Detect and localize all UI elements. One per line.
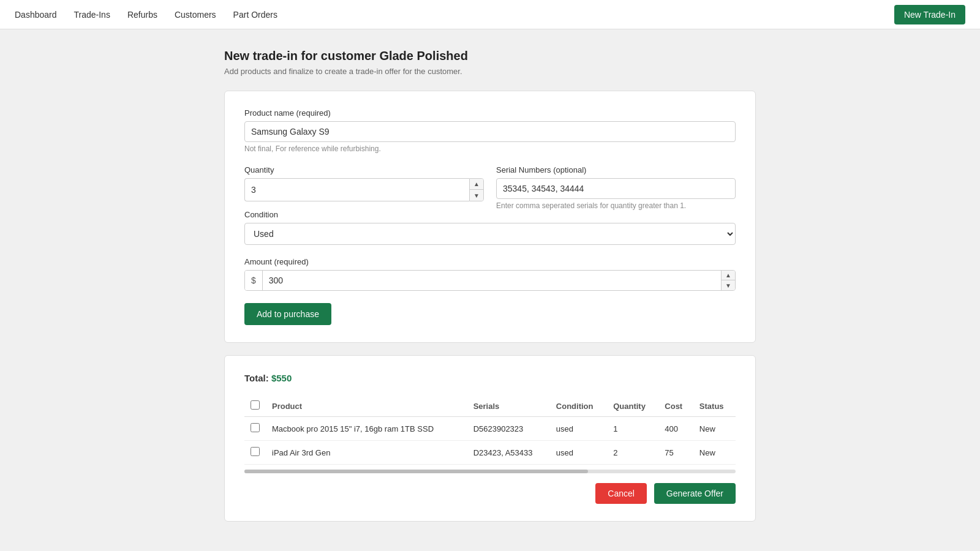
quantity-group: Quantity ▲ ▼ (244, 165, 484, 210)
condition-select[interactable]: Used New Damaged Refurbished (244, 223, 736, 245)
serial-hint: Enter comma seperated serials for quanti… (496, 201, 736, 210)
condition-group: Condition Used New Damaged Refurbished (244, 210, 736, 245)
serial-input[interactable] (496, 178, 736, 199)
nav-customers[interactable]: Customers (175, 10, 216, 20)
amount-prefix: $ (245, 271, 263, 290)
amount-group: Amount (required) $ ▲ ▼ (244, 257, 736, 291)
row-condition: used (550, 417, 607, 441)
product-name-input[interactable] (244, 121, 736, 142)
quantity-spinner-buttons: ▲ ▼ (469, 178, 484, 201)
page-content: New trade-in for customer Glade Polished… (214, 29, 766, 551)
table-row: Macbook pro 2015 15" i7, 16gb ram 1TB SS… (244, 417, 736, 441)
quantity-label: Quantity (244, 165, 484, 174)
new-trade-in-button[interactable]: New Trade-In (894, 5, 965, 24)
nav-trade-ins[interactable]: Trade-Ins (74, 10, 110, 20)
col-condition: Condition (550, 395, 607, 417)
scrollbar-thumb (244, 470, 588, 473)
row-cost: 75 (658, 441, 693, 465)
amount-input[interactable] (263, 271, 721, 290)
total-line: Total: $550 (244, 373, 736, 383)
condition-label: Condition (244, 210, 736, 219)
quantity-spinner: ▲ ▼ (244, 178, 484, 201)
select-all-checkbox[interactable] (251, 400, 260, 410)
nav-dashboard[interactable]: Dashboard (15, 10, 57, 20)
scrollbar-track[interactable] (244, 470, 736, 473)
page-title: New trade-in for customer Glade Polished (224, 49, 756, 63)
row-serials: D5623902323 (467, 417, 550, 441)
row-product: Macbook pro 2015 15" i7, 16gb ram 1TB SS… (266, 417, 467, 441)
form-card: Product name (required) Not final, For r… (224, 91, 756, 343)
table-body: Macbook pro 2015 15" i7, 16gb ram 1TB SS… (244, 417, 736, 465)
page-subtitle: Add products and finalize to create a tr… (224, 67, 756, 76)
row-quantity: 1 (607, 417, 658, 441)
col-product: Product (266, 395, 467, 417)
nav-refurbs[interactable]: Refurbs (127, 10, 157, 20)
amount-decrement[interactable]: ▼ (722, 280, 735, 290)
col-cost: Cost (658, 395, 693, 417)
row-checkbox-1[interactable] (251, 447, 260, 456)
row-status: New (693, 417, 736, 441)
row-serials: D23423, A53433 (467, 441, 550, 465)
col-quantity: Quantity (607, 395, 658, 417)
col-serials: Serials (467, 395, 550, 417)
table-wrapper: Product Serials Condition Quantity Cost … (244, 395, 736, 473)
col-checkbox (244, 395, 266, 417)
quantity-increment[interactable]: ▲ (470, 179, 483, 190)
quantity-decrement[interactable]: ▼ (470, 190, 483, 201)
product-name-hint: Not final, For reference while refurbish… (244, 144, 736, 153)
quantity-input[interactable] (244, 178, 469, 201)
row-status: New (693, 441, 736, 465)
navbar: Dashboard Trade-Ins Refurbs Customers Pa… (0, 0, 980, 29)
amount-wrapper: $ ▲ ▼ (244, 270, 736, 291)
total-label: Total: (244, 373, 269, 383)
items-table: Product Serials Condition Quantity Cost … (244, 395, 736, 465)
cancel-button[interactable]: Cancel (595, 483, 647, 504)
serial-label: Serial Numbers (optional) (496, 165, 736, 174)
serial-group: Serial Numbers (optional) Enter comma se… (496, 165, 736, 210)
amount-increment[interactable]: ▲ (722, 271, 735, 280)
add-to-purchase-button[interactable]: Add to purchase (244, 303, 331, 325)
nav-links: Dashboard Trade-Ins Refurbs Customers Pa… (15, 10, 277, 20)
product-name-group: Product name (required) Not final, For r… (244, 108, 736, 153)
row-checkbox-0[interactable] (251, 423, 260, 432)
amount-spinners: ▲ ▼ (721, 271, 735, 290)
table-row: iPad Air 3rd Gen D23423, A53433 used 2 7… (244, 441, 736, 465)
col-status: Status (693, 395, 736, 417)
total-amount: $550 (271, 373, 292, 383)
product-name-label: Product name (required) (244, 108, 736, 118)
row-checkbox-cell (244, 417, 266, 441)
totals-card: Total: $550 Product Serials Condition Qu… (224, 355, 756, 522)
qty-serial-row: Quantity ▲ ▼ Serial Numbers (optional) E… (244, 165, 736, 210)
amount-label: Amount (required) (244, 257, 736, 266)
row-condition: used (550, 441, 607, 465)
row-product: iPad Air 3rd Gen (266, 441, 467, 465)
footer-actions: Cancel Generate Offer (244, 483, 736, 504)
row-quantity: 2 (607, 441, 658, 465)
table-header-row: Product Serials Condition Quantity Cost … (244, 395, 736, 417)
generate-offer-button[interactable]: Generate Offer (654, 483, 736, 504)
row-cost: 400 (658, 417, 693, 441)
nav-part-orders[interactable]: Part Orders (233, 10, 277, 20)
row-checkbox-cell (244, 441, 266, 465)
